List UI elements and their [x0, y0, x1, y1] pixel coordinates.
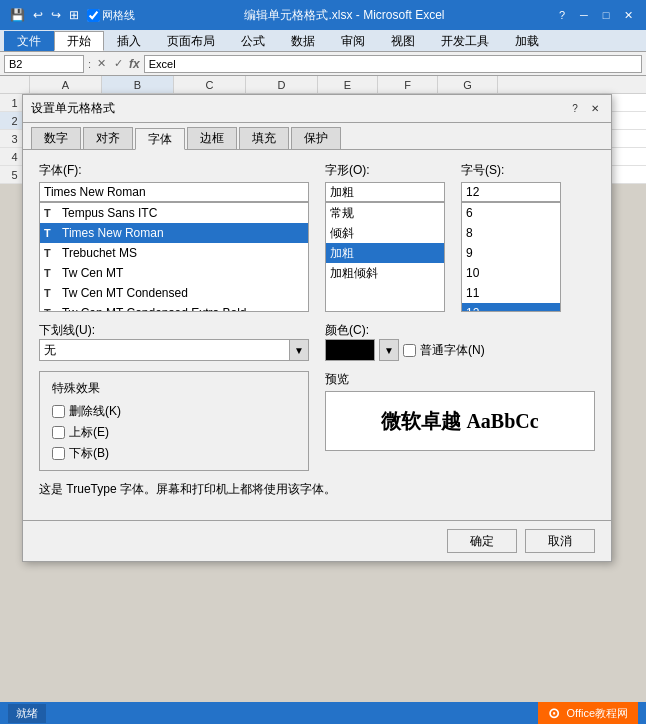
- list-item[interactable]: T Times New Roman: [40, 223, 308, 243]
- strikethrough-checkbox-label[interactable]: 删除线(K): [52, 403, 296, 420]
- font-name-input[interactable]: [39, 182, 309, 202]
- tab-formula[interactable]: 公式: [228, 31, 278, 51]
- dialog-tab-fill[interactable]: 填充: [239, 127, 289, 149]
- strikethrough-label: 删除线(K): [69, 403, 121, 420]
- dialog-tab-bar: 数字 对齐 字体 边框 填充 保护: [23, 123, 611, 150]
- save-icon[interactable]: 💾: [8, 6, 27, 24]
- size-label: 字号(S):: [461, 162, 561, 179]
- restore-button[interactable]: □: [596, 5, 616, 25]
- dialog-tab-number[interactable]: 数字: [31, 127, 81, 149]
- normal-font-checkbox[interactable]: [403, 344, 416, 357]
- cancel-formula-icon[interactable]: ✕: [95, 57, 108, 70]
- underline-select[interactable]: 无: [39, 339, 309, 361]
- strikethrough-checkbox[interactable]: [52, 405, 65, 418]
- underline-dropdown-arrow[interactable]: ▼: [289, 339, 309, 361]
- formula-input[interactable]: Excel: [144, 55, 642, 73]
- checkbox-networkline[interactable]: 网格线: [85, 6, 137, 25]
- color-row: ▼ 普通字体(N): [325, 339, 595, 361]
- list-item[interactable]: T Tw Cen MT Condensed Extra Bold: [40, 303, 308, 312]
- cancel-button[interactable]: 取消: [525, 529, 595, 553]
- tab-developer[interactable]: 开发工具: [428, 31, 502, 51]
- dialog-tab-border[interactable]: 边框: [187, 127, 237, 149]
- font-type-icon: T: [44, 247, 58, 259]
- list-item[interactable]: 9: [462, 243, 560, 263]
- col-header-g: G: [438, 76, 498, 93]
- style-list[interactable]: 常规 倾斜 加粗 加粗倾斜: [325, 202, 445, 312]
- dialog-help-button[interactable]: ?: [567, 101, 583, 117]
- superscript-checkbox-label[interactable]: 上标(E): [52, 424, 296, 441]
- format-cells-dialog: 设置单元格格式 ? ✕ 数字 对齐 字体 边框 填充 保护: [22, 94, 612, 562]
- preview-label: 预览: [325, 371, 595, 388]
- font-item-name: Tw Cen MT: [62, 266, 123, 280]
- list-item[interactable]: 加粗倾斜: [326, 263, 444, 283]
- color-column: 颜色(C): ▼ 普通字体(N): [325, 322, 595, 361]
- preview-text: 微软卓越 AaBbCc: [381, 408, 538, 435]
- subscript-checkbox-label[interactable]: 下标(B): [52, 445, 296, 462]
- ok-button[interactable]: 确定: [447, 529, 517, 553]
- dialog-buttons: 确定 取消: [23, 520, 611, 561]
- font-type-icon: T: [44, 287, 58, 299]
- confirm-formula-icon[interactable]: ✓: [112, 57, 125, 70]
- grid-icon[interactable]: ⊞: [67, 6, 81, 24]
- redo-icon[interactable]: ↪: [49, 6, 63, 24]
- color-swatch[interactable]: [325, 339, 375, 361]
- list-item[interactable]: T Tw Cen MT Condensed: [40, 283, 308, 303]
- tab-data[interactable]: 数据: [278, 31, 328, 51]
- tab-home[interactable]: 开始: [54, 31, 104, 51]
- style-input[interactable]: [325, 182, 445, 202]
- effects-title: 特殊效果: [52, 380, 296, 397]
- list-item[interactable]: 10: [462, 263, 560, 283]
- dialog-close-button[interactable]: ✕: [587, 101, 603, 117]
- list-item[interactable]: 8: [462, 223, 560, 243]
- list-item[interactable]: 11: [462, 283, 560, 303]
- effects-column: 特殊效果 删除线(K) 上标(E): [39, 371, 309, 481]
- status-text: 就绪: [8, 704, 46, 723]
- dialog-tab-protect[interactable]: 保护: [291, 127, 341, 149]
- size-list[interactable]: 6 8 9 10 11 12: [461, 202, 561, 312]
- font-style-size-section: 字体(F): T Tempus Sans ITC T Times New Rom…: [39, 162, 595, 312]
- status-bar: 就绪 ⊙ Office教程网: [0, 702, 646, 724]
- list-item[interactable]: 6: [462, 203, 560, 223]
- list-item[interactable]: 常规: [326, 203, 444, 223]
- font-item-name: Tw Cen MT Condensed: [62, 286, 188, 300]
- tab-insert[interactable]: 插入: [104, 31, 154, 51]
- tab-pagelayout[interactable]: 页面布局: [154, 31, 228, 51]
- dialog-tab-font[interactable]: 字体: [135, 128, 185, 150]
- minimize-button[interactable]: ─: [574, 5, 594, 25]
- font-type-icon: T: [44, 207, 58, 219]
- list-item[interactable]: T Tempus Sans ITC: [40, 203, 308, 223]
- color-dropdown-arrow[interactable]: ▼: [379, 339, 399, 361]
- row-num-header: [0, 76, 30, 93]
- font-type-icon: T: [44, 307, 58, 312]
- help-icon[interactable]: ?: [552, 5, 572, 25]
- undo-icon[interactable]: ↩: [31, 6, 45, 24]
- effects-box: 特殊效果 删除线(K) 上标(E): [39, 371, 309, 471]
- font-item-name: Tw Cen MT Condensed Extra Bold: [62, 306, 247, 312]
- font-column: 字体(F): T Tempus Sans ITC T Times New Rom…: [39, 162, 309, 312]
- list-item[interactable]: 12: [462, 303, 560, 312]
- normal-font-checkbox-label[interactable]: 普通字体(N): [403, 342, 485, 359]
- list-item[interactable]: T Tw Cen MT: [40, 263, 308, 283]
- color-label: 颜色(C):: [325, 323, 369, 337]
- font-list[interactable]: T Tempus Sans ITC T Times New Roman T Tr…: [39, 202, 309, 312]
- name-box[interactable]: B2: [4, 55, 84, 73]
- close-button[interactable]: ✕: [618, 5, 638, 25]
- style-label: 字形(O):: [325, 162, 445, 179]
- col-header-e: E: [318, 76, 378, 93]
- size-input[interactable]: [461, 182, 561, 202]
- tab-view[interactable]: 视图: [378, 31, 428, 51]
- superscript-checkbox[interactable]: [52, 426, 65, 439]
- formula-bar: B2 : ✕ ✓ fx Excel: [0, 52, 646, 76]
- list-item[interactable]: T Trebuchet MS: [40, 243, 308, 263]
- list-item[interactable]: 倾斜: [326, 223, 444, 243]
- size-column: 字号(S): 6 8 9 10 11 12: [461, 162, 561, 312]
- subscript-checkbox[interactable]: [52, 447, 65, 460]
- list-item[interactable]: 加粗: [326, 243, 444, 263]
- effects-preview-section: 特殊效果 删除线(K) 上标(E): [39, 371, 595, 481]
- dialog-tab-align[interactable]: 对齐: [83, 127, 133, 149]
- col-header-b: B: [102, 76, 174, 93]
- tab-review[interactable]: 审阅: [328, 31, 378, 51]
- col-header-d: D: [246, 76, 318, 93]
- tab-addins[interactable]: 加载: [502, 31, 552, 51]
- tab-file[interactable]: 文件: [4, 31, 54, 51]
